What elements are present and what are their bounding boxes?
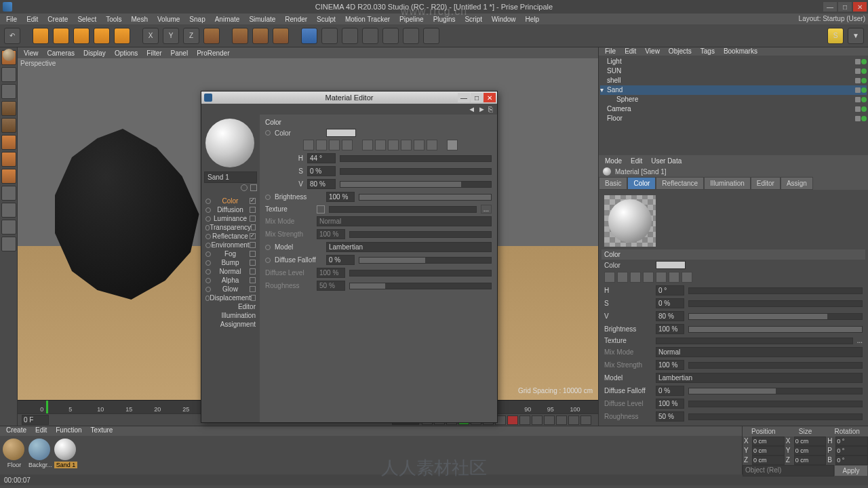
me-v-slider[interactable] (340, 181, 492, 188)
obj-row-light[interactable]: Light (600, 57, 867, 66)
me-s-input[interactable]: 0 % (307, 166, 336, 176)
locked-button[interactable] (1, 220, 16, 235)
menu-file[interactable]: File (3, 16, 20, 23)
menu-volume[interactable]: Volume (154, 16, 183, 23)
tab-reflectance[interactable]: Reflectance (656, 177, 704, 190)
size-x-input[interactable] (794, 436, 827, 446)
me-mixstrength-slider[interactable] (349, 231, 492, 238)
me-brightness-slider[interactable] (359, 194, 492, 201)
om-menu-tags[interactable]: Tags (697, 47, 718, 55)
h-input[interactable]: 0 ° (656, 285, 684, 296)
point-mode-button[interactable] (1, 135, 16, 150)
rot-b-input[interactable] (835, 455, 868, 465)
add-spline-button[interactable] (321, 28, 338, 44)
edgecut-button[interactable] (1, 101, 16, 116)
tab-illumination[interactable]: Illumination (704, 177, 751, 190)
add-light-button[interactable] (423, 28, 439, 44)
obj-row-sphere[interactable]: Sphere (600, 95, 867, 104)
me-color-swatches-icon[interactable] (414, 140, 425, 150)
mm-function[interactable]: Function (52, 426, 85, 436)
obj-row-sun[interactable]: SUN (600, 66, 867, 76)
last-tool-button[interactable] (114, 28, 130, 44)
brightness-slider[interactable] (688, 326, 863, 333)
diffuse-level-slider[interactable] (688, 401, 863, 407)
me-roughness-slider[interactable] (349, 283, 492, 289)
me-h-input[interactable]: 44 ° (307, 153, 336, 163)
me-color-rgb-icon[interactable] (362, 140, 373, 150)
v-slider[interactable] (688, 313, 863, 320)
om-menu-objects[interactable]: Objects (665, 47, 695, 55)
me-diffuse-level-slider[interactable] (349, 270, 492, 277)
om-menu-view[interactable]: View (642, 47, 663, 55)
material-floor[interactable]: Floor (3, 439, 26, 468)
render-view-button[interactable] (232, 28, 248, 44)
x-axis-button[interactable]: X (142, 28, 159, 44)
param-key-button[interactable] (580, 415, 591, 425)
color-swatch[interactable] (656, 261, 686, 269)
coord-system-button[interactable] (203, 28, 220, 44)
add-generator-button[interactable] (342, 28, 358, 44)
me-maximize-button[interactable]: □ (471, 93, 483, 102)
me-chan-diffusion[interactable]: Diffusion (201, 205, 260, 214)
menu-snap[interactable]: Snap (186, 16, 208, 23)
menu-select[interactable]: Select (74, 16, 100, 23)
v-input[interactable]: 80 % (656, 311, 684, 321)
me-color-mixer-icon[interactable] (401, 140, 412, 150)
me-pin-button[interactable]: ⎘ (488, 105, 493, 113)
frame-start-input[interactable] (22, 415, 49, 425)
snap-button[interactable] (1, 203, 16, 218)
texture-slot[interactable] (656, 338, 853, 344)
color-swatches-icon[interactable] (669, 272, 679, 283)
om-menu-edit[interactable]: Edit (621, 47, 639, 55)
me-chan-editor[interactable]: Editor (201, 302, 260, 311)
rotate-button[interactable] (94, 28, 110, 44)
texture-browse-button[interactable]: ... (857, 337, 863, 344)
vp-menu-display[interactable]: Display (80, 49, 109, 57)
timeline-playhead[interactable] (46, 401, 48, 413)
h-slider[interactable] (688, 287, 863, 294)
color-square-icon[interactable] (630, 272, 641, 283)
me-s-slider[interactable] (340, 168, 492, 175)
maximize-button[interactable]: □ (838, 2, 852, 12)
me-chan-illumination[interactable]: Illumination (201, 311, 260, 320)
s-input[interactable]: 0 % (656, 298, 684, 308)
menu-tools[interactable]: Tools (102, 16, 125, 23)
me-preview[interactable] (201, 115, 260, 171)
me-color-hsv-icon[interactable] (375, 140, 386, 150)
attr-menu-userdata[interactable]: User Data (648, 157, 685, 165)
move-button[interactable] (53, 28, 69, 44)
apply-button[interactable]: Apply (834, 465, 868, 476)
vp-menu-options[interactable]: Options (111, 49, 141, 57)
me-chan-environment[interactable]: Environment (201, 241, 260, 249)
menu-motiontracker[interactable]: Motion Tracker (342, 16, 393, 23)
scale-key-button[interactable] (556, 415, 567, 425)
obj-row-floor[interactable]: Floor (600, 114, 867, 123)
me-diffuse-falloff-slider[interactable] (359, 257, 492, 264)
attr-material-preview[interactable] (604, 195, 656, 247)
me-color-anim-dot[interactable] (265, 130, 271, 136)
vp-menu-panel[interactable]: Panel (167, 49, 192, 57)
menu-create[interactable]: Create (44, 16, 71, 23)
roughness-input[interactable]: 50 % (656, 411, 684, 422)
me-roughness-input[interactable]: 50 % (317, 281, 345, 291)
keyframe-sel-button[interactable] (532, 415, 542, 425)
vp-menu-cameras[interactable]: Cameras (44, 49, 79, 57)
me-forward-button[interactable]: ► (478, 105, 486, 113)
me-diffuse-falloff-input[interactable]: 0 % (326, 255, 355, 265)
me-chan-glow[interactable]: Glow (201, 285, 260, 293)
me-close-button[interactable]: ✕ (484, 93, 496, 102)
menu-help[interactable]: Help (522, 16, 543, 23)
minimize-button[interactable]: — (823, 2, 837, 12)
color-rgb-icon[interactable] (656, 272, 667, 283)
me-brightness-input[interactable]: 100 % (326, 192, 355, 202)
menu-animate[interactable]: Animate (212, 16, 243, 23)
me-back-button[interactable]: ◄ (468, 105, 475, 113)
menu-sculpt[interactable]: Sculpt (313, 16, 339, 23)
render-pict-button[interactable] (273, 28, 289, 44)
mixstrength-input[interactable]: 100 % (656, 360, 684, 370)
me-chan-displacement[interactable]: Displacement (201, 293, 260, 302)
layout-selector[interactable]: Layout: Startup (User) (799, 15, 865, 22)
z-axis-button[interactable]: Z (183, 28, 199, 44)
me-mixstrength-input[interactable]: 100 % (317, 229, 345, 239)
me-lock-icon[interactable] (241, 184, 248, 191)
